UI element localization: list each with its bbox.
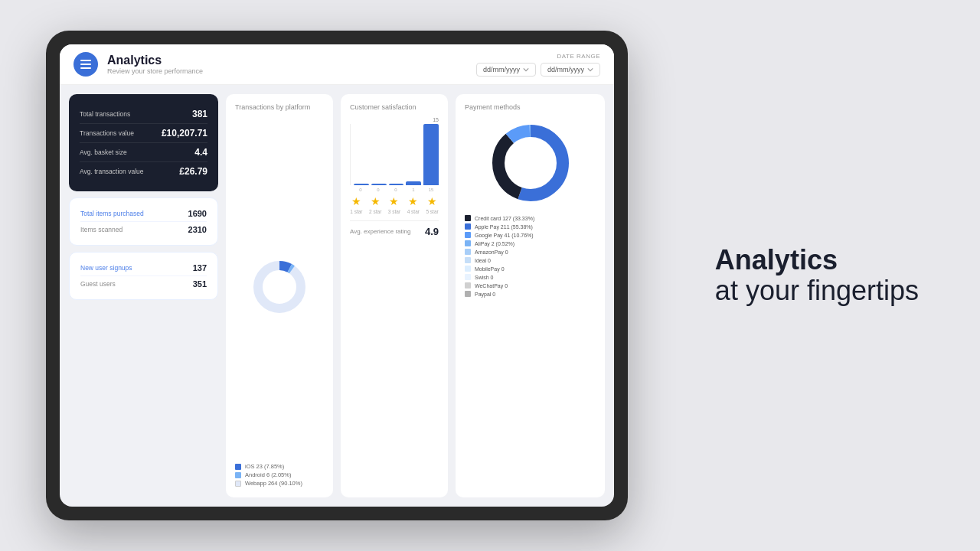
- payment-text-alipay: AliPay 2 (0.52%): [475, 241, 514, 246]
- payment-text-amazonpay: AmazonPay 0: [475, 249, 508, 255]
- tablet-frame: Analytics Review your store performance …: [46, 31, 628, 520]
- payment-legend-amazonpay: AmazonPay 0: [465, 249, 596, 255]
- stat-row-total-items: Total items purchased 1690: [80, 206, 207, 222]
- payment-text-ideal: Ideal 0: [475, 258, 491, 263]
- payment-dot-ideal: [465, 257, 471, 263]
- new-signups-label: New user signups: [80, 264, 132, 272]
- tagline-line1: Analytics: [715, 245, 919, 276]
- star-label-2: 2 star: [369, 209, 381, 214]
- new-signups-value: 137: [193, 263, 207, 272]
- stat-row-new-signups: New user signups 137: [80, 260, 207, 276]
- legend-text-ios: iOS 23 (7.85%): [245, 463, 284, 470]
- payment-donut-chart: [485, 117, 577, 209]
- payment-legend: Credit card 127 (33.33%) Apple Pay 211 (…: [465, 215, 596, 488]
- menu-button[interactable]: [74, 52, 98, 77]
- payment-dot-applepay: [465, 223, 471, 230]
- total-transactions-value: 381: [192, 109, 207, 119]
- payment-methods-panel: Payment methods: [456, 94, 605, 497]
- stats-card-dark: Total transactions 381 Transactions valu…: [69, 94, 218, 191]
- chevron-down-icon: [523, 67, 529, 73]
- avg-transaction-value: £26.79: [179, 166, 207, 177]
- transactions-platform-chart: [235, 117, 324, 457]
- payment-legend-ideal: Ideal 0: [465, 257, 596, 263]
- avg-basket-value: 4.4: [194, 147, 207, 158]
- bar-2star: [371, 184, 387, 185]
- bar-5star: [423, 124, 439, 185]
- bar-1star: [354, 184, 369, 185]
- bar-label-5: 15: [423, 187, 439, 192]
- transactions-value-value: £10,207.71: [162, 128, 207, 139]
- payment-dot-creditcard: [465, 215, 471, 221]
- total-items-label: Total items purchased: [80, 210, 144, 217]
- platform-legend: iOS 23 (7.85%) Android 6 (2.05%) Webapp …: [235, 463, 324, 488]
- payment-text-googlepay: Google Pay 41 (10.76%): [475, 233, 534, 238]
- payment-legend-paypal: Paypal 0: [465, 291, 596, 297]
- date-from-select[interactable]: dd/mm/yyyy: [476, 63, 536, 77]
- star-label-4: 4 star: [407, 209, 420, 214]
- payment-text-creditcard: Credit card 127 (33.33%): [475, 216, 534, 221]
- page-subtitle: Review your store performance: [107, 67, 203, 75]
- legend-text-webapp: Webapp 264 (90.10%): [245, 480, 302, 487]
- star-group-5: ★ 5 star: [426, 195, 438, 214]
- payment-text-applepay: Apple Pay 211 (55.38%): [475, 224, 533, 230]
- tablet-screen: Analytics Review your store performance …: [60, 44, 614, 507]
- star-1: ★: [351, 195, 361, 207]
- total-items-value: 1690: [188, 209, 207, 218]
- date-range-label: DATE RANGE: [557, 53, 600, 60]
- payment-dot-swish: [465, 274, 471, 280]
- payment-dot-paypal: [465, 291, 471, 297]
- payment-legend-alipay: AliPay 2 (0.52%): [465, 240, 596, 246]
- star-4: ★: [408, 195, 418, 207]
- bars-container: [350, 124, 439, 185]
- payment-dot-wechat: [465, 282, 471, 289]
- avg-basket-label: Avg. basket size: [80, 148, 127, 156]
- star-group-4: ★ 4 star: [407, 195, 420, 214]
- stars-row: ★ 1 star ★ 2 star ★ 3 star: [350, 195, 439, 214]
- stat-row-transactions-value: Transactions value £10,207.71: [80, 124, 207, 143]
- date-to-select[interactable]: dd/mm/yyyy: [541, 63, 600, 77]
- legend-dot-webapp: [235, 481, 241, 487]
- avg-rating-row: Avg. experience rating 4.9: [350, 220, 439, 237]
- star-group-2: ★ 2 star: [369, 195, 381, 214]
- payment-text-wechat: WeChatPay 0: [475, 283, 508, 289]
- payment-dot-alipay: [465, 240, 471, 246]
- svg-point-0: [258, 266, 301, 308]
- payment-methods-title: Payment methods: [465, 103, 596, 111]
- tagline: Analytics at your fingertips: [715, 245, 919, 305]
- payment-text-mobilepay: MobilePay 0: [475, 266, 505, 272]
- right-area: Transactions by platform: [226, 94, 605, 497]
- platform-donut-chart: [249, 256, 310, 318]
- guest-users-value: 351: [193, 279, 207, 289]
- main-content: Total transactions 381 Transactions valu…: [60, 85, 614, 507]
- stat-row-avg-basket: Avg. basket size 4.4: [80, 143, 207, 162]
- legend-dot-ios: [235, 464, 241, 470]
- tagline-line2: at your fingertips: [715, 276, 919, 306]
- legend-text-android: Android 6 (2.05%): [245, 471, 291, 478]
- payment-legend-googlepay: Google Pay 41 (10.76%): [465, 232, 596, 238]
- legend-item-ios: iOS 23 (7.85%): [235, 463, 324, 470]
- payment-legend-wechat: WeChatPay 0: [465, 282, 596, 289]
- star-label-5: 5 star: [426, 209, 438, 214]
- star-label-1: 1 star: [350, 209, 362, 214]
- stat-row-avg-transaction: Avg. transaction value £26.79: [80, 162, 207, 181]
- guest-users-label: Guest users: [80, 280, 116, 288]
- hamburger-icon: [80, 60, 91, 69]
- date-to-value: dd/mm/yyyy: [547, 66, 584, 73]
- transactions-platform-title: Transactions by platform: [235, 103, 324, 111]
- payment-dot-googlepay: [465, 232, 471, 238]
- avg-rating-label: Avg. experience rating: [350, 228, 410, 235]
- header-left: Analytics Review your store performance: [74, 52, 203, 77]
- transactions-platform-panel: Transactions by platform: [226, 94, 333, 497]
- charts-row: Transactions by platform: [226, 94, 605, 497]
- date-from-value: dd/mm/yyyy: [483, 66, 520, 73]
- stat-row-total-transactions: Total transactions 381: [80, 105, 207, 124]
- header-title-group: Analytics Review your store performance: [107, 54, 203, 75]
- bar-label-3: 0: [388, 187, 403, 192]
- star-group-1: ★ 1 star: [350, 195, 362, 214]
- star-3: ★: [389, 195, 399, 207]
- star-2: ★: [371, 195, 381, 207]
- items-scanned-label: Items scanned: [80, 226, 122, 233]
- left-column: Total transactions 381 Transactions valu…: [69, 94, 218, 497]
- legend-item-webapp: Webapp 264 (90.10%): [235, 480, 324, 487]
- bar-label-1: 0: [353, 187, 368, 192]
